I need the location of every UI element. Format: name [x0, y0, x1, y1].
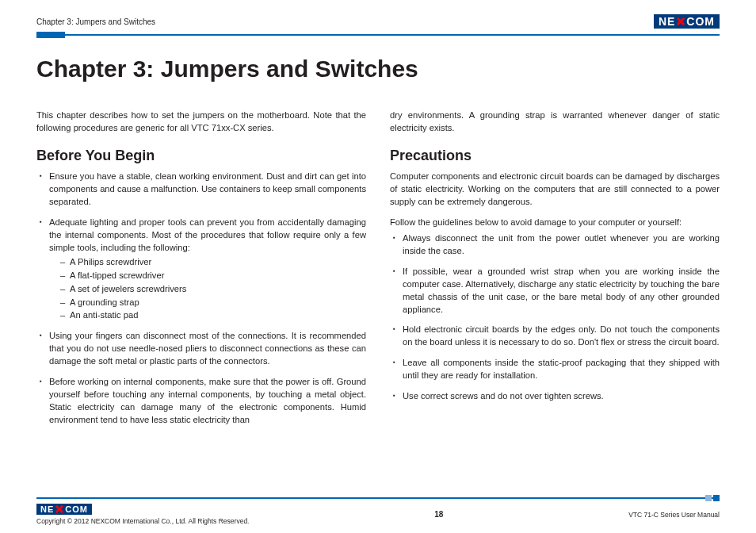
logo-text-right: COM [686, 16, 715, 27]
list-item: Before working on internal components, m… [36, 376, 366, 427]
breadcrumb: Chapter 3: Jumpers and Switches [36, 17, 155, 26]
footer-rule [36, 495, 720, 501]
doc-title: VTC 71-C Series User Manual [628, 511, 720, 519]
before-list: Ensure you have a stable, clean working … [36, 171, 366, 426]
before-heading: Before You Begin [36, 146, 366, 167]
header-rule [36, 32, 720, 38]
copyright-text: Copyright © 2012 NEXCOM International Co… [36, 517, 249, 525]
sublist-item: A grounding strap [49, 297, 366, 309]
list-item: Hold electronic circuit boards by the ed… [390, 324, 720, 349]
list-item: Leave all components inside the static-p… [390, 357, 720, 382]
list-item: Adequate lighting and proper tools can p… [36, 217, 366, 322]
content-columns: This chapter describes how to set the ju… [36, 109, 720, 435]
precautions-lead: Follow the guidelines below to avoid dam… [390, 217, 720, 229]
sublist-item: A Philips screwdriver [49, 256, 366, 269]
list-item-text: Adequate lighting and proper tools can p… [49, 217, 366, 252]
logo-x-icon [676, 17, 685, 26]
list-item: Using your fingers can disconnect most o… [36, 330, 366, 368]
footer-logo: NE COM [36, 504, 92, 515]
logo-text-right: COM [65, 505, 88, 514]
left-column: This chapter describes how to set the ju… [36, 109, 366, 435]
list-item: Ensure you have a stable, clean working … [36, 171, 366, 209]
intro-paragraph: This chapter describes how to set the ju… [36, 109, 366, 135]
sublist-item: An anti-static pad [49, 309, 366, 322]
list-item: Use correct screws and do not over tight… [390, 390, 720, 403]
sublist-item: A flat-tipped screwdriver [49, 270, 366, 282]
logo-text-left: NE [659, 16, 675, 27]
right-column: dry environments. A grounding strap is w… [390, 109, 720, 435]
carryover-paragraph: dry environments. A grounding strap is w… [390, 109, 720, 135]
logo-x-icon [55, 504, 64, 514]
header-bar: Chapter 3: Jumpers and Switches NE COM [36, 14, 720, 29]
sublist-item: A set of jewelers screwdrivers [49, 283, 366, 296]
nexcom-logo: NE COM [654, 14, 720, 29]
tools-sublist: A Philips screwdriver A flat-tipped scre… [49, 256, 366, 323]
footer: NE COM Copyright © 2012 NEXCOM Internati… [36, 495, 720, 525]
list-item: If possible, wear a grounded wrist strap… [390, 266, 720, 316]
page-title: Chapter 3: Jumpers and Switches [36, 56, 720, 82]
list-item: Always disconnect the unit from the powe… [390, 232, 720, 258]
logo-text-left: NE [40, 505, 54, 514]
precautions-heading: Precautions [390, 146, 720, 167]
precautions-list: Always disconnect the unit from the powe… [390, 232, 720, 403]
page-number: 18 [434, 510, 443, 519]
precautions-intro: Computer components and electronic circu… [390, 171, 720, 209]
